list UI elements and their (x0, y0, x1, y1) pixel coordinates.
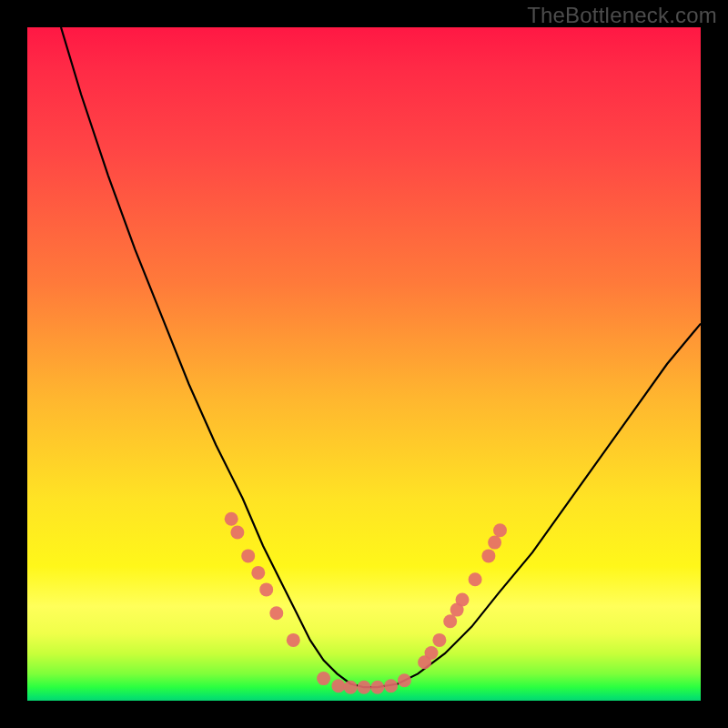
data-marker (225, 512, 238, 526)
data-marker (269, 606, 283, 620)
data-marker (398, 673, 411, 687)
data-marker (370, 681, 384, 694)
data-marker (450, 603, 464, 617)
data-marker (241, 549, 255, 562)
data-marker (230, 526, 244, 540)
data-marker (432, 633, 446, 647)
curve-layer (27, 27, 701, 701)
data-marker (443, 614, 457, 628)
data-marker (317, 672, 330, 685)
bottleneck-curve (61, 27, 701, 687)
chart-frame: TheBottleneck.com (0, 0, 728, 728)
data-marker (358, 681, 371, 694)
data-marker (259, 582, 273, 596)
data-marker (488, 536, 501, 550)
watermark-text: TheBottleneck.com (527, 3, 717, 28)
data-marker (469, 572, 482, 586)
plot-area (27, 27, 701, 701)
data-marker (331, 679, 345, 693)
marker-group (225, 512, 507, 694)
data-marker (456, 593, 470, 607)
data-marker (287, 633, 300, 647)
data-marker (344, 681, 358, 694)
data-marker (425, 646, 439, 660)
data-marker (384, 679, 398, 693)
data-marker (493, 523, 507, 537)
data-marker (251, 566, 265, 580)
data-marker (418, 655, 431, 669)
data-marker (481, 549, 495, 562)
